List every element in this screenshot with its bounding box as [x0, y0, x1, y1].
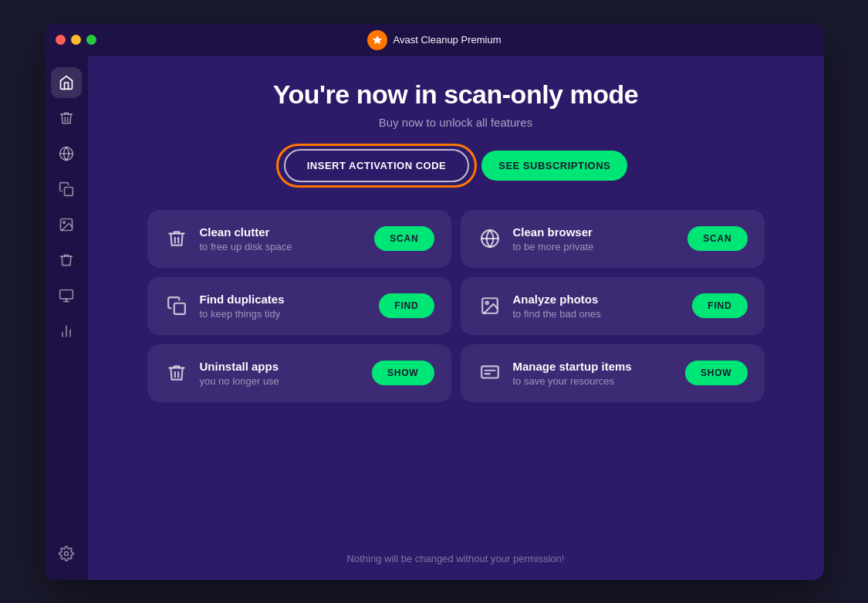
feature-card-uninstall-apps: Uninstall apps you no longer use SHOW: [147, 344, 451, 402]
titlebar: Avast Cleanup Premium: [45, 24, 824, 56]
scan-button-clean-browser[interactable]: SCAN: [687, 226, 747, 251]
traffic-lights: [56, 35, 96, 45]
hero-title: You're now in scan-only mode: [273, 80, 638, 110]
duplicates-icon: [164, 296, 189, 316]
uninstall-icon: [164, 363, 189, 383]
sidebar-item-home[interactable]: [51, 67, 82, 98]
svg-point-4: [62, 221, 65, 223]
feature-text-clean-browser: Clean browser to be more private: [513, 225, 677, 252]
feature-desc-clean-browser: to be more private: [513, 241, 677, 252]
app-title: Avast Cleanup Premium: [393, 34, 502, 46]
activation-button[interactable]: INSERT ACTIVATION CODE: [284, 149, 469, 182]
main-content: You're now in scan-only mode Buy now to …: [88, 56, 824, 580]
photo-icon: [478, 296, 502, 316]
find-button-duplicates[interactable]: FIND: [379, 293, 434, 318]
feature-text-find-duplicates: Find duplicates to keep things tidy: [200, 293, 369, 320]
feature-text-analyze-photos: Analyze photos to find the bad ones: [513, 293, 682, 320]
feature-text-startup-items: Manage startup items to save your resour…: [513, 360, 674, 387]
svg-rect-2: [64, 187, 73, 195]
sidebar-item-clean[interactable]: [51, 103, 82, 134]
feature-desc-uninstall-apps: you no longer use: [200, 375, 361, 387]
sidebar-item-duplicates[interactable]: [51, 174, 82, 205]
feature-name-clean-clutter: Clean clutter: [200, 225, 364, 239]
features-grid: Clean clutter to free up disk space SCAN: [147, 210, 765, 402]
find-button-photos[interactable]: FIND: [692, 293, 747, 318]
titlebar-center: Avast Cleanup Premium: [367, 30, 502, 50]
feature-name-uninstall-apps: Uninstall apps: [200, 360, 361, 373]
scan-button-clean-clutter[interactable]: SCAN: [374, 226, 434, 251]
svg-rect-5: [59, 290, 73, 299]
feature-card-clean-browser: Clean browser to be more private SCAN: [461, 210, 765, 268]
sidebar-item-startup[interactable]: [51, 280, 82, 311]
feature-desc-startup-items: to save your resources: [513, 375, 674, 387]
feature-card-startup-items: Manage startup items to save your resour…: [461, 344, 765, 402]
subscriptions-button[interactable]: SEE SUBSCRIPTIONS: [481, 151, 627, 181]
feature-name-find-duplicates: Find duplicates: [200, 293, 369, 306]
feature-name-clean-browser: Clean browser: [513, 225, 677, 239]
svg-rect-21: [481, 366, 498, 378]
sidebar: [45, 56, 88, 580]
close-button[interactable]: [56, 35, 66, 45]
svg-point-18: [485, 302, 488, 304]
svg-rect-16: [174, 303, 184, 314]
feature-text-uninstall-apps: Uninstall apps you no longer use: [200, 360, 361, 387]
globe-icon: [478, 229, 502, 249]
maximize-button[interactable]: [86, 35, 96, 45]
cta-row: INSERT ACTIVATION CODE SEE SUBSCRIPTIONS: [284, 149, 628, 182]
minimize-button[interactable]: [71, 35, 81, 45]
startup-icon: [478, 363, 502, 383]
feature-card-clean-clutter: Clean clutter to free up disk space SCAN: [147, 210, 451, 268]
sidebar-item-uninstall[interactable]: [51, 245, 82, 276]
sidebar-item-stats[interactable]: [51, 316, 82, 347]
activation-wrapper: INSERT ACTIVATION CODE: [284, 149, 469, 182]
trash-icon: [164, 229, 189, 249]
feature-card-find-duplicates: Find duplicates to keep things tidy FIND: [147, 277, 451, 335]
feature-desc-clean-clutter: to free up disk space: [200, 241, 364, 252]
footer-text: Nothing will be changed without your per…: [347, 539, 565, 564]
sidebar-item-settings[interactable]: [51, 538, 82, 569]
feature-name-analyze-photos: Analyze photos: [513, 293, 682, 306]
feature-desc-analyze-photos: to find the bad ones: [513, 308, 682, 320]
sidebar-item-photos[interactable]: [51, 209, 82, 240]
show-button-startup[interactable]: SHOW: [685, 361, 748, 385]
feature-text-clean-clutter: Clean clutter to free up disk space: [200, 225, 364, 252]
show-button-uninstall[interactable]: SHOW: [372, 361, 434, 385]
main-layout: You're now in scan-only mode Buy now to …: [45, 56, 824, 580]
hero-subtitle: Buy now to unlock all features: [379, 116, 532, 129]
app-logo: [367, 30, 387, 50]
svg-point-11: [64, 551, 68, 555]
app-window: Avast Cleanup Premium: [45, 24, 824, 580]
feature-desc-find-duplicates: to keep things tidy: [200, 308, 369, 320]
feature-card-analyze-photos: Analyze photos to find the bad ones FIND: [461, 277, 765, 335]
feature-name-startup-items: Manage startup items: [513, 360, 674, 373]
sidebar-item-browser[interactable]: [51, 138, 82, 169]
